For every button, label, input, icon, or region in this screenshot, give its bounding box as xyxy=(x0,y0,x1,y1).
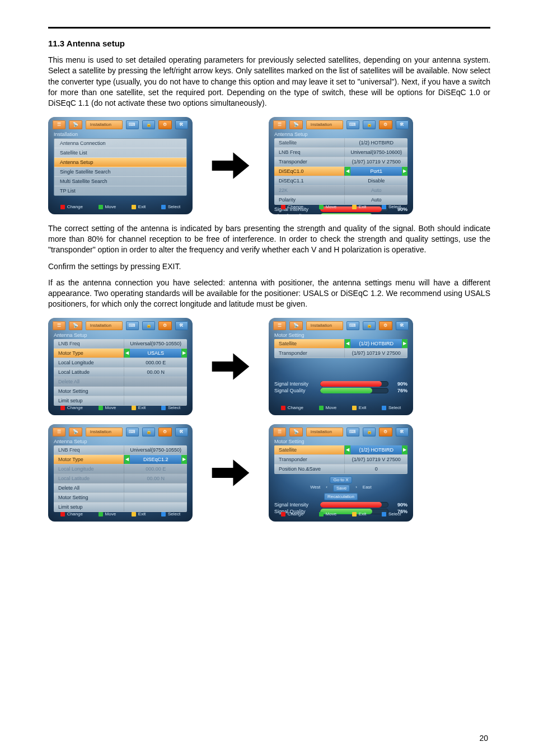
table-row[interactable]: LNB FreqUniversal(9750-10550) xyxy=(54,445,187,455)
toolbar-icon: ☰ xyxy=(273,321,286,330)
antenna-icon: 📡 xyxy=(289,120,302,129)
settings-table: Satellite(1/2) HOTBIRD LNB FreqUniversal… xyxy=(274,138,407,205)
paragraph-3: Confirm the settings by pressing EXIT. xyxy=(48,261,490,272)
list-item[interactable]: Single Satellite Search xyxy=(54,167,186,177)
chevron-right-icon[interactable]: ▶ xyxy=(402,445,407,454)
table-row[interactable]: LNB FreqUniversal(9750-10550) xyxy=(54,339,187,349)
toolbar-title: Installation xyxy=(86,120,123,129)
osd-hint-bar: Change Move Exit Select xyxy=(269,202,413,212)
screenshot-antenna-setup-diseqc12: ☰ 📡 Installation ⌨ 🔒 ⚙ 🛠 Antenna Setup L… xyxy=(48,424,193,522)
table-row[interactable]: Motor Setting xyxy=(54,493,187,503)
remote-icon: ⌨ xyxy=(346,321,359,330)
table-row-selected[interactable]: Satellite◀(1/2) HOTBIRD▶ xyxy=(274,339,407,349)
chevron-left-icon[interactable]: ◀ xyxy=(345,339,350,348)
table-row[interactable]: Transponder(1/97) 10719 V 27500 xyxy=(274,157,407,167)
list-item[interactable]: Antenna Connection xyxy=(54,139,186,148)
paragraph-1: This menu is used to set detailed operat… xyxy=(48,55,490,109)
screenshot-motor-setting-usals: ☰ 📡 Installation ⌨ 🔒 ⚙ 🛠 Motor Setting S… xyxy=(269,318,413,415)
osd-toolbar: ☰ 📡 Installation ⌨ 🔒 ⚙ 🛠 xyxy=(269,424,413,439)
lock-icon: 🔒 xyxy=(142,120,155,129)
figure-row-1: ☰ 📡 Installation ⌨ 🔒 ⚙ 🛠 Installation An… xyxy=(48,117,490,214)
osd-toolbar: ☰ 📡 Installation ⌨ 🔒 ⚙ 🛠 xyxy=(48,117,193,132)
table-row-selected[interactable]: DiSEqC1.0◀Port1▶ xyxy=(274,167,407,176)
osd-toolbar: ☰ 📡 Installation ⌨ 🔒 ⚙ 🛠 xyxy=(48,424,193,439)
motor-controls: Recalculation xyxy=(274,493,407,500)
paragraph-2: The correct setting of the antenna is in… xyxy=(48,223,490,256)
table-row[interactable]: Motor Setting xyxy=(54,387,187,396)
lock-icon: 🔒 xyxy=(363,428,376,436)
chevron-right-icon[interactable]: ▶ xyxy=(181,349,187,358)
settings-icon: ⚙ xyxy=(158,428,171,436)
settings-icon: ⚙ xyxy=(379,120,392,129)
lock-icon: 🔒 xyxy=(363,321,376,330)
toolbar-icon: ☰ xyxy=(53,428,65,436)
chevron-left-icon[interactable]: ◀ xyxy=(345,167,350,176)
recalculation-button[interactable]: Recalculation xyxy=(324,493,358,500)
screenshot-motor-setting-diseqc12: ☰ 📡 Installation ⌨ 🔒 ⚙ 🛠 Motor Setting S… xyxy=(269,424,413,522)
table-row-selected[interactable]: Satellite◀(1/2) HOTBIRD▶ xyxy=(274,445,407,455)
table-row[interactable]: Transponder(1/97) 10719 V 27500 xyxy=(274,349,407,358)
table-row[interactable]: Local Latitude00.00 N xyxy=(54,368,187,377)
tools-icon: 🛠 xyxy=(396,321,409,330)
chevron-left-icon[interactable]: ◀ xyxy=(345,445,350,454)
figure-row-3: ☰ 📡 Installation ⌨ 🔒 ⚙ 🛠 Antenna Setup L… xyxy=(48,424,490,522)
table-row-disabled: Local Latitude00.00 N xyxy=(54,474,187,483)
toolbar-icon: ☰ xyxy=(273,428,286,436)
settings-table: LNB FreqUniversal(9750-10550) Motor Type… xyxy=(54,339,187,406)
goto-button[interactable]: Go to X xyxy=(330,476,352,483)
toolbar-icon: ☰ xyxy=(53,120,65,129)
chevron-right-icon[interactable]: ▶ xyxy=(181,455,187,464)
table-row[interactable]: Position No.&Save0 xyxy=(274,464,407,474)
osd-toolbar: ☰ 📡 Installation ⌨ 🔒 ⚙ 🛠 xyxy=(269,318,413,332)
list-item[interactable]: Multi Satellite Search xyxy=(54,177,186,186)
table-row[interactable]: Transponder(1/97) 10719 V 27500 xyxy=(274,455,407,464)
chevron-right-icon[interactable]: ▶ xyxy=(402,167,407,176)
motor-controls: Go to X xyxy=(274,476,407,483)
panel-heading: Motor Setting xyxy=(269,439,413,445)
panel-heading: Motor Setting xyxy=(269,332,413,339)
osd-hint-bar: Change Move Exit Select xyxy=(269,509,413,519)
table-row[interactable]: DiSEqC1.1Disable xyxy=(274,176,407,186)
table-row[interactable]: Delete All xyxy=(54,483,187,493)
panel-heading: Antenna Setup xyxy=(269,132,413,138)
table-row[interactable]: Satellite(1/2) HOTBIRD xyxy=(274,138,407,148)
save-button[interactable]: Save xyxy=(333,485,350,492)
chevron-left-icon[interactable]: ◀ xyxy=(124,455,130,464)
screenshot-antenna-setup-usals: ☰ 📡 Installation ⌨ 🔒 ⚙ 🛠 Antenna Setup L… xyxy=(48,318,193,415)
figure-row-2: ☰ 📡 Installation ⌨ 🔒 ⚙ 🛠 Antenna Setup L… xyxy=(48,318,490,415)
table-row[interactable]: LNB FreqUniversal(9750-10600) xyxy=(274,148,407,157)
table-row[interactable]: Local Longitude000.00 E xyxy=(54,358,187,368)
page-number: 20 xyxy=(479,734,488,743)
panel-heading: Installation xyxy=(48,132,193,138)
section-number: 11.3 xyxy=(48,39,64,48)
list-item[interactable]: Satellite List xyxy=(54,148,186,158)
toolbar-title: Installation xyxy=(306,428,343,436)
screenshot-antenna-setup: ☰ 📡 Installation ⌨ 🔒 ⚙ 🛠 Antenna Setup S… xyxy=(269,117,413,214)
chevron-right-icon[interactable]: ▶ xyxy=(402,339,407,348)
osd-hint-bar: Change Move Exit Select xyxy=(269,403,413,413)
table-row-selected[interactable]: Motor Type◀USALS▶ xyxy=(54,349,187,358)
osd-toolbar: ☰ 📡 Installation ⌨ 🔒 ⚙ 🛠 xyxy=(269,117,413,132)
settings-table: Satellite◀(1/2) HOTBIRD▶ Transponder(1/9… xyxy=(274,339,407,358)
west-label: West xyxy=(310,485,320,492)
toolbar-title: Installation xyxy=(86,428,123,436)
osd-hint-bar: Change Move Exit Select xyxy=(48,509,193,519)
chevron-left-icon[interactable]: ◀ xyxy=(124,349,130,358)
screenshot-installation-menu: ☰ 📡 Installation ⌨ 🔒 ⚙ 🛠 Installation An… xyxy=(48,117,193,214)
list-item-selected[interactable]: Antenna Setup xyxy=(54,158,186,167)
arrow-icon xyxy=(207,148,254,183)
toolbar-title: Installation xyxy=(86,321,123,330)
toolbar-icon: ☰ xyxy=(273,120,286,129)
table-row-selected[interactable]: Motor Type◀DiSEqC1.2▶ xyxy=(54,455,187,464)
motor-controls: West ‹ Save › East xyxy=(274,485,407,492)
osd-hint-bar: Change Move Exit Select xyxy=(48,202,193,212)
paragraph-4: If as the antenna connection you have se… xyxy=(48,278,490,310)
table-row-disabled: Local Longitude000.00 E xyxy=(54,464,187,474)
tools-icon: 🛠 xyxy=(175,428,188,436)
list-item[interactable]: TP List xyxy=(54,186,186,195)
installation-list: Antenna Connection Satellite List Antenn… xyxy=(54,138,187,196)
remote-icon: ⌨ xyxy=(126,321,139,330)
remote-icon: ⌨ xyxy=(126,428,139,436)
tools-icon: 🛠 xyxy=(396,120,409,129)
east-label: East xyxy=(363,485,372,492)
